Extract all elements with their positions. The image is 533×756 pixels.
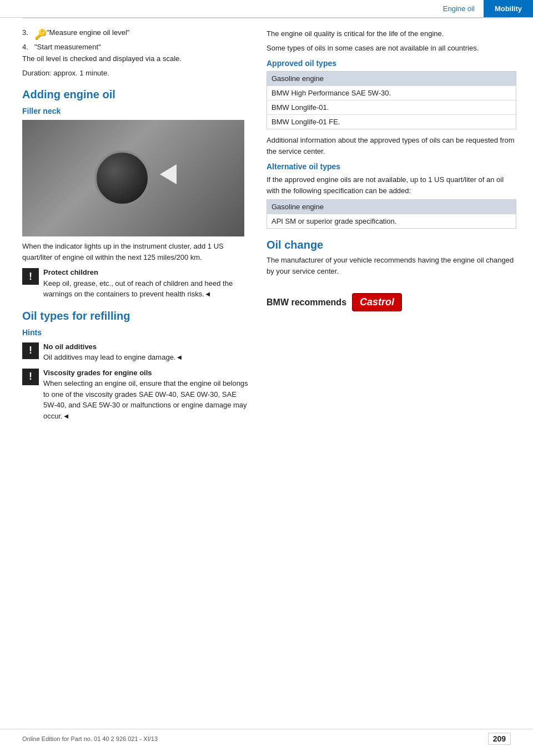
- approved-row-2: BMW Longlife-01.: [267, 100, 516, 114]
- warning-2-body: Oil additives may lead to engine damage.…: [43, 353, 183, 361]
- warning-icon-3: !: [22, 369, 39, 385]
- para-duration: Duration: approx. 1 minute.: [22, 68, 250, 79]
- alternative-table-header: Gasoline engine: [267, 200, 516, 214]
- approved-footer-text: Additional information about the approve…: [266, 135, 516, 157]
- alternative-row-1: API SM or superior grade specification.: [267, 214, 516, 228]
- warning-1-body: Keep oil, grease, etc., out of reach of …: [43, 279, 233, 299]
- approved-table-header: Gasoline engine: [267, 72, 516, 85]
- step-4-number: 4.: [22, 43, 34, 51]
- page-number: 209: [488, 733, 511, 745]
- step-4: 4. "Start measurement": [22, 43, 250, 51]
- edition-text: Online Edition for Part no. 01 40 2 926 …: [22, 735, 158, 742]
- arrow-pointer: [160, 164, 177, 184]
- oil-change-title: Oil change: [266, 239, 516, 251]
- left-column: 3. 🔑 "Measure engine oil level" 4. "Star…: [0, 28, 261, 426]
- approved-row-1: BMW High Performance SAE 5W-30.: [267, 85, 516, 100]
- warning-3-text: Viscosity grades for engine oils When se…: [43, 367, 250, 422]
- approved-oil-table: Gasoline engine BMW High Performance SAE…: [266, 71, 516, 129]
- subsection-filler-title: Filler neck: [22, 107, 250, 115]
- section-adding-title: Adding engine oil: [22, 88, 250, 101]
- para-scale: The oil level is checked and displayed v…: [22, 53, 250, 64]
- warning-icon-1: !: [22, 268, 39, 285]
- alternative-intro: If the approved engine oils are not avai…: [266, 174, 516, 196]
- warning-viscosity: ! Viscosity grades for engine oils When …: [22, 367, 250, 422]
- bmw-recommends: BMW recommends Castrol: [266, 293, 516, 311]
- page-header: Engine oil Mobility: [0, 0, 533, 18]
- key-icon: 🔑: [34, 28, 47, 41]
- intro-para-2: Some types of oils in some cases are not…: [266, 43, 516, 54]
- step-3-text: "Measure engine oil level": [47, 28, 129, 37]
- warning-2-title: No oil additives: [43, 341, 183, 352]
- warning-3-body: When selecting an engine oil, ensure tha…: [43, 379, 248, 420]
- step-4-text: "Start measurement": [34, 43, 101, 51]
- main-content: 3. 🔑 "Measure engine oil level" 4. "Star…: [0, 18, 533, 426]
- warning-2-text: No oil additives Oil additives may lead …: [43, 341, 183, 363]
- alternative-oil-table: Gasoline engine API SM or superior grade…: [266, 199, 516, 229]
- bmw-recommends-label: BMW recommends: [266, 298, 346, 308]
- header-engine-oil: Engine oil: [434, 0, 484, 17]
- warning-icon-2: !: [22, 342, 39, 359]
- approved-title: Approved oil types: [266, 59, 516, 68]
- para-indicator: When the indicator lights up in the inst…: [22, 241, 250, 263]
- alternative-title: Alternative oil types: [266, 162, 516, 171]
- page-footer: Online Edition for Part no. 01 40 2 926 …: [0, 729, 533, 745]
- intro-para-1: The engine oil quality is critical for t…: [266, 28, 516, 39]
- warning-3-title: Viscosity grades for engine oils: [43, 367, 250, 379]
- warning-children: ! Protect children Keep oil, grease, etc…: [22, 267, 250, 300]
- section-oiltypes-title: Oil types for refilling: [22, 310, 250, 322]
- warning-1-title: Protect children: [43, 267, 250, 278]
- oil-change-text: The manufacturer of your vehicle recomme…: [266, 255, 516, 276]
- approved-row-3: BMW Longlife-01 FE.: [267, 114, 516, 129]
- subsection-hints-title: Hints: [22, 328, 250, 337]
- step-3-number: 3.: [22, 28, 34, 37]
- right-column: The engine oil quality is critical for t…: [261, 28, 533, 426]
- warning-additives: ! No oil additives Oil additives may lea…: [22, 341, 250, 363]
- warning-1-text: Protect children Keep oil, grease, etc.,…: [43, 267, 250, 300]
- header-mobility: Mobility: [484, 0, 533, 17]
- step-3: 3. 🔑 "Measure engine oil level": [22, 28, 250, 41]
- oil-cap-visual: [94, 150, 150, 206]
- castrol-logo: Castrol: [352, 293, 402, 311]
- filler-neck-image: [22, 120, 244, 236]
